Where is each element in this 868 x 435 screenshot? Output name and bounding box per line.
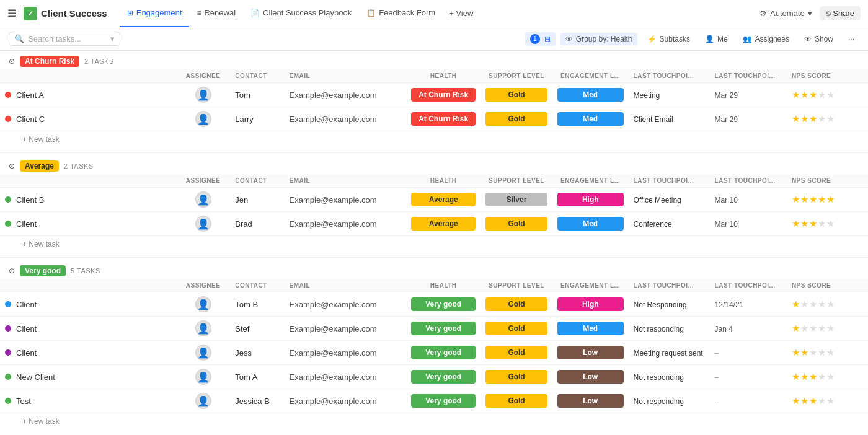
assignee-cell: 👤 [176, 317, 230, 341]
email-cell: Example@example.com [285, 188, 407, 212]
toolbar-right: 1 ⊟ 👁 Group by: Health ⚡ Subtasks 👤 Me 👥… [525, 32, 859, 46]
section-average-badge: Average [20, 160, 59, 172]
add-task-churn[interactable]: + New task [0, 131, 868, 147]
filter-button[interactable]: 1 ⊟ [525, 32, 556, 46]
support-cell: Gold [480, 365, 552, 389]
task-cell[interactable]: Client [0, 212, 176, 236]
star-3: ★ [809, 89, 817, 100]
assignee-cell: 👤 [176, 107, 230, 131]
add-view-button[interactable]: + View [443, 9, 479, 18]
support-cell: Gold [480, 341, 552, 365]
support-cell: Gold [480, 317, 552, 341]
assignees-button[interactable]: 👥 Assignees [738, 33, 794, 45]
engagement-cell: Med [552, 107, 629, 131]
section-churn-badge: At Churn Risk [20, 56, 79, 67]
more-button[interactable]: ··· [843, 33, 859, 45]
task-cell[interactable]: Client [0, 341, 176, 365]
tab-feedback[interactable]: 📋 Feedback Form [359, 0, 443, 27]
section-average-toggle[interactable]: ⊙ [9, 162, 15, 170]
section-verygood-task-count: 5 TASKS [71, 267, 100, 275]
support-cell: Gold [480, 212, 552, 236]
section-churn: ⊙ At Churn Risk 2 TASKS ASSIGNEE CONTACT… [0, 51, 868, 147]
hamburger-menu-icon[interactable]: ☰ [7, 7, 16, 19]
touchpoint1-cell: Conference [629, 212, 710, 236]
nps-cell: ★ ★ ★ ★ ★ [787, 365, 868, 389]
assignee-cell: 👤 [176, 212, 230, 236]
person-icon: 👤 [197, 218, 210, 230]
task-cell[interactable]: Client [0, 317, 176, 341]
table-row: Client 👤 Jess Example@example.com Very g… [0, 341, 868, 365]
group-by-button[interactable]: 👁 Group by: Health [560, 33, 637, 45]
touchpoint2-cell: Mar 29 [710, 83, 787, 107]
avatar: 👤 [195, 87, 211, 103]
col-header-support: SUPPORT LEVEL [480, 69, 552, 83]
section-churn-table: ASSIGNEE CONTACT EMAIL HEALTH SUPPORT LE… [0, 69, 868, 131]
contact-cell: Tom [230, 83, 284, 107]
col-header-health: HEALTH [406, 174, 480, 188]
touchpoint2-cell: – [710, 389, 787, 413]
email-cell: Example@example.com [285, 365, 407, 389]
table-row: Client 👤 Stef Example@example.com Very g… [0, 317, 868, 341]
share-button[interactable]: ⎋ Share [820, 6, 861, 20]
search-icon: 🔍 [14, 34, 24, 43]
add-task-verygood[interactable]: + New task [0, 413, 868, 429]
show-button[interactable]: 👁 Show [799, 33, 838, 45]
avatar: 👤 [195, 393, 211, 409]
filter-icon: ⊟ [544, 35, 551, 43]
task-cell[interactable]: Client [0, 292, 176, 317]
tab-renewal[interactable]: ≡ Renewal [189, 0, 243, 27]
star-5: ★ [826, 89, 835, 100]
nps-cell: ★ ★ ★ ★ ★ [787, 83, 868, 107]
col-header-task [0, 174, 176, 188]
show-icon: 👁 [804, 35, 812, 43]
health-cell: Very good [406, 341, 480, 365]
avatar: 👤 [195, 296, 211, 312]
nav-right-actions: ⚙ Automate ▾ ⎋ Share [760, 6, 861, 20]
health-cell: Very good [406, 292, 480, 317]
task-cell[interactable]: Test [0, 389, 176, 413]
person-icon: 👤 [197, 395, 210, 407]
app-title: Client Success [41, 8, 107, 19]
col-header-touchpoint2: LAST TOUCHPOI... [710, 174, 787, 188]
engagement-cell: High [552, 188, 629, 212]
support-cell: Gold [480, 389, 552, 413]
star-rating: ★ ★ ★ ★ ★ [792, 395, 863, 406]
me-button[interactable]: 👤 Me [700, 33, 733, 45]
section-average-header: ⊙ Average 2 TASKS [0, 156, 868, 174]
touchpoint2-cell: Mar 29 [710, 107, 787, 131]
star-rating: ★ ★ ★ ★ ★ [792, 323, 863, 334]
touchpoint1-cell: Client Email [629, 107, 710, 131]
nps-cell: ★ ★ ★ ★ ★ [787, 212, 868, 236]
engagement-cell: Low [552, 389, 629, 413]
task-cell[interactable]: Client C [0, 107, 176, 131]
star-rating: ★ ★ ★ ★ ★ [792, 194, 863, 205]
email-cell: Example@example.com [285, 212, 407, 236]
search-box[interactable]: 🔍 Search tasks... ▾ [9, 32, 120, 46]
task-cell[interactable]: Client B [0, 188, 176, 212]
add-task-average[interactable]: + New task [0, 236, 868, 252]
touchpoint1-cell: Office Meeting [629, 188, 710, 212]
assignee-cell: 👤 [176, 292, 230, 317]
health-cell: Very good [406, 365, 480, 389]
section-verygood-toggle[interactable]: ⊙ [9, 266, 15, 275]
task-cell[interactable]: Client A [0, 83, 176, 107]
col-header-support: SUPPORT LEVEL [480, 174, 552, 188]
col-header-engagement: ENGAGEMENT L... [552, 69, 629, 83]
section-churn-toggle[interactable]: ⊙ [9, 57, 15, 66]
subtasks-icon: ⚡ [647, 35, 657, 43]
subtasks-button[interactable]: ⚡ Subtasks [642, 33, 695, 45]
task-cell[interactable]: New Client [0, 365, 176, 389]
email-cell: Example@example.com [285, 107, 407, 131]
tab-engagement[interactable]: ⊞ Engagement [120, 0, 190, 27]
email-cell: Example@example.com [285, 317, 407, 341]
star-rating: ★ ★ ★ ★ ★ [792, 371, 863, 382]
col-header-nps: NPS SCORE [787, 69, 868, 83]
tab-playbook[interactable]: 📄 Client Success Playbook [243, 0, 359, 27]
person-icon: 👤 [197, 89, 210, 101]
table-row: Client B 👤 Jen Example@example.com Avera… [0, 188, 868, 212]
person-icon: 👤 [197, 113, 210, 125]
touchpoint2-cell: – [710, 365, 787, 389]
automate-button[interactable]: ⚙ Automate ▾ [760, 9, 812, 18]
col-header-health: HEALTH [406, 69, 480, 83]
touchpoint1-cell: Not responding [629, 389, 710, 413]
